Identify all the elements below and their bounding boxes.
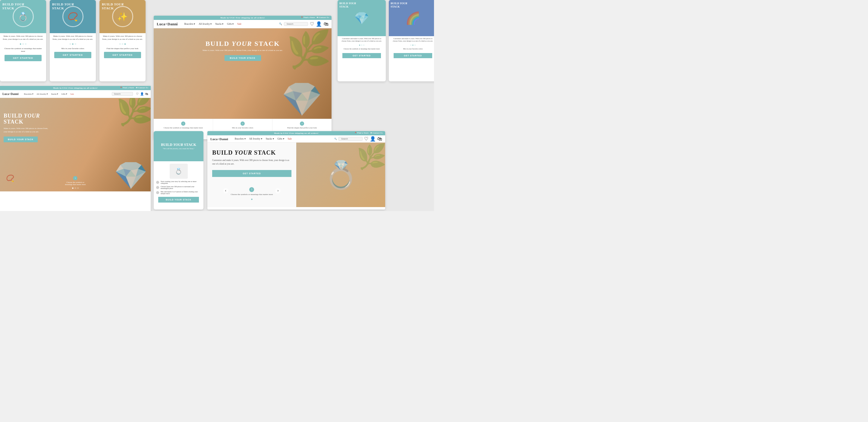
nav-gifts[interactable]: Gifts ▾ xyxy=(61,93,67,95)
right-card1-dots: ● ○ ○ xyxy=(338,44,386,47)
card3-subtext: Make it yours. With over 300 pieces to c… xyxy=(102,35,143,41)
bottom-arm-icon: 💍 xyxy=(324,159,358,191)
bracelet3-icon: ✨ xyxy=(117,12,128,22)
hero-left-cta[interactable]: BUILD YOUR STACK xyxy=(4,137,38,142)
desktop-left-banner-text: Made in USA! Free shipping on all orders… xyxy=(53,87,98,89)
feature-1: 1 Choose the symbols or meanings that ma… xyxy=(154,119,213,131)
bottom-store-links: 📍 Find a Store ✉ Contact Us xyxy=(354,132,383,134)
right-card1-step: Choose the symbols or meanings that matt… xyxy=(338,47,386,51)
main-account-icon[interactable]: 👤 xyxy=(316,21,322,27)
card1-hero: BUILD YOURSTACK 💍 xyxy=(0,0,46,33)
card3-get-started-btn[interactable]: GET STARTED xyxy=(104,52,141,58)
main-nav-bracelets[interactable]: Bracelets ▾ xyxy=(184,23,195,25)
bottom-nav-bracelets[interactable]: Bracelets ▾ xyxy=(235,138,246,140)
desktop-left-hero: 🌿 💎 BUILD YOURSTACK Make it yours. With … xyxy=(0,98,151,191)
main-hero: 🌿 💎 BUILD YOUR STACK Make it yours. With… xyxy=(154,28,332,119)
card2-headline: BUILD YOURSTACK xyxy=(52,2,74,10)
bracelet2-icon: 📿 xyxy=(67,12,78,22)
bottom-desc: Customize and make it yours. With over 3… xyxy=(212,158,291,166)
step3-text: Mix and match 3 or 4 pieces to finish cr… xyxy=(161,191,201,194)
bottom-feature-row: ‹ 1 Choose the symbols or meanings that … xyxy=(212,186,291,195)
feature-num-1: 1 xyxy=(181,121,185,126)
card1-step: Choose the symbols or meanings that matt… xyxy=(2,47,44,53)
bottom-left-panel: BUILD YOUR STACK Customize and make it y… xyxy=(207,143,296,207)
main-nav-alljewelry[interactable]: All Jewelry ▾ xyxy=(198,23,212,25)
bottom-search-icon: 🔍 xyxy=(334,138,337,140)
bottom-cart-icon[interactable]: 🛍 xyxy=(377,136,382,142)
main-find-store[interactable]: Find a Store xyxy=(304,17,315,19)
right-card1-jewelry-icon: 💎 xyxy=(354,11,369,25)
main-logo: Luca+Danni xyxy=(157,22,178,27)
bottom-next-btn[interactable]: › xyxy=(275,188,281,193)
right-card2-headline: BUILD YOURSTACK xyxy=(391,2,407,8)
bottom-nav-alljewelry[interactable]: All Jewelry ▾ xyxy=(249,138,262,140)
main-nav-stacks[interactable]: Stacks ▾ xyxy=(215,23,223,25)
step2-text: Choose from over 300 pieces to surround … xyxy=(161,186,201,189)
bottom-feature-num: 1 xyxy=(249,187,254,192)
mobile-step-1: Start creating your story by selecting o… xyxy=(156,181,201,184)
bottom-contact[interactable]: Contact Us xyxy=(373,132,383,134)
main-feature-bar: 1 Choose the symbols or meanings that ma… xyxy=(154,119,332,131)
right-card1-btn[interactable]: GET STARTED xyxy=(342,53,381,58)
feature-2: 2 Mix in your favorite colors xyxy=(213,119,273,131)
mobile-cta-btn[interactable]: BUILD YOUR STACK xyxy=(158,197,198,203)
feature-num-2: 2 xyxy=(241,121,245,126)
card3-dots: ○ ○ ● xyxy=(99,42,146,46)
right-card-1: BUILD YOURSTACK 💎 Customize and make it … xyxy=(338,0,386,81)
bottom-logo: Luca+Danni xyxy=(210,137,228,141)
nav-stacks[interactable]: Stacks ▾ xyxy=(51,93,58,95)
bottom-big-title: BUILD YOUR STACK xyxy=(212,149,291,156)
card2-get-started-btn[interactable]: GET STARTED xyxy=(54,52,91,58)
main-hero-cta[interactable]: BUILD YOUR STACK xyxy=(224,55,261,61)
main-wishlist-icon[interactable]: ♡ xyxy=(310,21,314,27)
main-nav-gifts[interactable]: Gifts ▾ xyxy=(227,23,234,25)
feature-text-1: Choose the symbols or meanings that matt… xyxy=(164,127,203,129)
account-icon[interactable]: 👤 xyxy=(140,92,144,95)
cart-icon[interactable]: 🛍 xyxy=(145,92,148,95)
bottom-nav-stacks[interactable]: Stacks ▾ xyxy=(266,138,274,140)
bottom-banner: Made in USA! Free shipping on all orders… xyxy=(207,131,385,135)
find-store-link[interactable]: Find a Store xyxy=(123,87,134,89)
bottom-nav-gifts[interactable]: Gifts ▾ xyxy=(278,138,284,140)
right-card1-hero: BUILD YOURSTACK 💎 xyxy=(338,0,386,36)
main-cart-icon[interactable]: 🛍 xyxy=(324,21,329,27)
desktop-bottom-card: Made in USA! Free shipping on all orders… xyxy=(207,131,385,210)
bottom-account-icon[interactable]: 👤 xyxy=(370,136,376,142)
hero-left-text: BUILD YOURSTACK Make it yours. With over… xyxy=(4,113,48,142)
mobile-step-2: Choose from over 300 pieces to surround … xyxy=(156,186,201,189)
bottom-cta-btn[interactable]: GET STARTED xyxy=(212,170,291,177)
bottom-nav-right: 🔍 ♡ 👤 🛍 xyxy=(334,136,382,142)
bottom-feature: ‹ 1 Choose the symbols or meanings that … xyxy=(212,182,291,201)
bottom-prev-btn[interactable]: ‹ xyxy=(223,188,228,193)
right-card2-dots: ○ ● ○ xyxy=(389,44,434,47)
main-banner: Made in USA! Free shipping on all orders… xyxy=(154,16,332,20)
logo-left: Luca+Danni xyxy=(2,92,19,95)
bottom-split-layout: BUILD YOUR STACK Customize and make it y… xyxy=(207,143,385,207)
mobile-card: BUILD YOUR STACK "We craft the jewelry, … xyxy=(154,131,204,210)
bottom-nav-sale[interactable]: Sale xyxy=(288,138,292,140)
main-contact[interactable]: Contact Us xyxy=(319,17,330,19)
nav-alljewelry[interactable]: All Jewelry ▾ xyxy=(36,93,48,95)
step1-text: Start creating your story by selecting o… xyxy=(161,181,201,184)
mobile-step-3: Mix and match 3 or 4 pieces to finish cr… xyxy=(156,191,201,194)
desktop-left-nav: Luca+Danni Bracelets ▾ All Jewelry ▾ Sta… xyxy=(0,90,151,98)
bottom-search-input[interactable] xyxy=(338,137,363,141)
nav-icons-left: ♡ 👤 🛍 xyxy=(136,92,148,95)
card1-get-started-btn[interactable]: GET STARTED xyxy=(4,55,41,61)
main-nav-sale[interactable]: Sale xyxy=(237,23,241,25)
step1-dot xyxy=(156,181,159,184)
bottom-wishlist-icon[interactable]: ♡ xyxy=(364,136,368,142)
hero-left-step: 1 Choose the symbols ormeanings that mat… xyxy=(65,175,86,185)
nav-sale[interactable]: Sale xyxy=(70,93,74,95)
right-card2-btn[interactable]: GET STARTED xyxy=(394,53,432,58)
nav-bracelets[interactable]: Bracelets ▾ xyxy=(24,93,33,95)
palm-icon: 🌿 xyxy=(116,98,151,127)
bracelet-icon: 💍 xyxy=(18,12,28,22)
search-input-left[interactable] xyxy=(112,92,133,96)
contact-us-link[interactable]: Contact Us xyxy=(138,87,149,89)
main-banner-text: Made in USA! Free shipping on all orders… xyxy=(220,17,265,19)
main-search-input[interactable] xyxy=(284,22,308,26)
bottom-find-store[interactable]: Find a Store xyxy=(357,132,369,134)
right-card1-desc: Customize and make it yours. With over 3… xyxy=(338,36,386,44)
wishlist-icon[interactable]: ♡ xyxy=(136,92,138,95)
